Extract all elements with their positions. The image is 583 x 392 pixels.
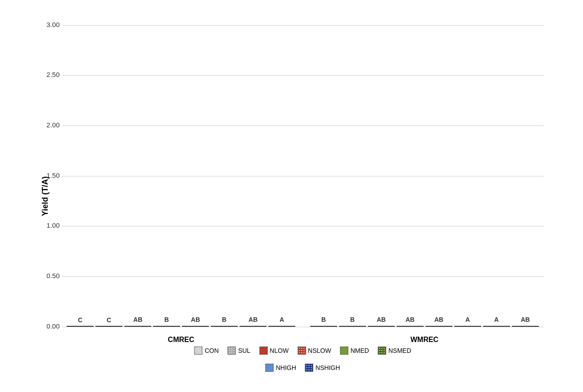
- bar-wrapper-nhigh-wmrec: A: [483, 326, 510, 327]
- bar-wrapper-nlow-wmrec: AB: [368, 326, 395, 327]
- y-tick-label: 2.50: [37, 71, 60, 78]
- group-label-cmrec: CMREC: [168, 336, 194, 344]
- bar-wrapper-nslow-cmrec: B: [153, 326, 180, 327]
- legend-box-con: [194, 347, 203, 355]
- bar-letter-sul-wmrec: B: [350, 316, 355, 323]
- bar-nslow-cmrec: [153, 326, 180, 327]
- legend-item-sul: SUL: [228, 347, 250, 355]
- legend-label-sul: SUL: [238, 347, 250, 354]
- legend-box-nmed: [340, 347, 348, 355]
- bar-nslow-wmrec: [397, 326, 424, 327]
- bar-wrapper-nhigh-cmrec: AB: [240, 326, 267, 327]
- bar-wrapper-nshigh-wmrec: AB: [512, 326, 539, 327]
- legend-item-con: CON: [194, 347, 219, 355]
- bar-letter-nslow-cmrec: B: [164, 316, 169, 323]
- bar-wrapper-sul-wmrec: B: [339, 326, 366, 327]
- legend-item-nmed: NMED: [340, 347, 369, 355]
- legend-box-nhigh: [266, 364, 274, 372]
- bar-wrapper-nmed-cmrec: AB: [182, 326, 209, 327]
- y-tick-label: 0.00: [37, 322, 60, 330]
- bar-letter-nhigh-cmrec: AB: [249, 316, 258, 323]
- legend-label-nsmed: NSMED: [389, 347, 411, 354]
- y-tick-label: 3.00: [37, 21, 60, 28]
- bar-wrapper-nlow-cmrec: AB: [124, 326, 151, 327]
- bar-nshigh-wmrec: [512, 326, 539, 327]
- bar-wrapper-con-cmrec: C: [67, 326, 94, 327]
- bar-letter-nsmed-wmrec: A: [465, 316, 470, 323]
- bar-letter-nshigh-cmrec: A: [280, 316, 284, 323]
- bar-letter-nlow-cmrec: AB: [133, 316, 142, 323]
- group-label-wmrec: WMREC: [411, 336, 438, 344]
- bar-nsmed-cmrec: [211, 326, 238, 327]
- bar-letter-nslow-wmrec: AB: [406, 316, 415, 323]
- bar-nmed-wmrec: [425, 326, 452, 327]
- bar-wrapper-nmed-wmrec: AB: [425, 326, 452, 327]
- bar-wrapper-nsmed-cmrec: B: [211, 326, 238, 327]
- legend-box-nlow: [259, 347, 267, 355]
- bar-wrapper-nshigh-cmrec: A: [268, 326, 295, 327]
- bar-nlow-cmrec: [124, 326, 151, 327]
- bar-letter-con-wmrec: B: [321, 316, 326, 323]
- group-cmrec: CCABBABBABACMREC: [67, 326, 295, 327]
- bar-wrapper-nsmed-wmrec: A: [454, 326, 481, 327]
- legend-label-nlow: NLOW: [270, 347, 289, 354]
- bar-nlow-wmrec: [368, 326, 395, 327]
- legend-item-nhigh: NHIGH: [266, 364, 296, 372]
- bar-letter-nshigh-wmrec: AB: [521, 316, 530, 323]
- bar-letter-nlow-wmrec: AB: [377, 316, 386, 323]
- legend-label-nshigh: NSHIGH: [316, 364, 340, 371]
- bar-sul-wmrec: [339, 326, 366, 327]
- bar-letter-nsmed-cmrec: B: [222, 316, 226, 323]
- y-axis-label: Yield (T/A): [40, 176, 50, 216]
- y-tick-label: 1.50: [37, 171, 60, 179]
- legend-label-nslow: NSLOW: [308, 347, 331, 354]
- bars-wrapper: CCABBABBABACMRECBBABABABAAABWMREC: [62, 25, 544, 327]
- legend-item-nsmed: NSMED: [378, 347, 411, 355]
- chart-area: 3.002.502.001.501.000.500.00 CCABBABBABA…: [62, 25, 544, 327]
- bar-wrapper-con-wmrec: B: [310, 326, 337, 327]
- bar-con-cmrec: [67, 326, 94, 327]
- legend-label-nhigh: NHIGH: [276, 364, 296, 371]
- bar-letter-sul-cmrec: C: [107, 316, 111, 324]
- grid-line: [62, 327, 544, 327]
- chart-container: Yield (T/A) 3.002.502.001.501.000.500.00…: [22, 12, 562, 381]
- legend-item-nslow: NSLOW: [298, 347, 331, 355]
- bar-sul-cmrec: [95, 326, 122, 327]
- legend: CONSULNLOWNSLOWNMEDNSMEDNHIGHNSHIGH: [182, 347, 423, 372]
- bar-wrapper-nslow-wmrec: AB: [397, 326, 424, 327]
- bar-con-wmrec: [310, 326, 337, 327]
- legend-item-nlow: NLOW: [259, 347, 289, 355]
- bar-letter-nhigh-wmrec: A: [494, 316, 499, 323]
- y-tick-label: 0.50: [37, 272, 60, 279]
- bar-nshigh-cmrec: [268, 326, 295, 327]
- legend-box-nsmed: [378, 347, 386, 355]
- legend-box-nshigh: [305, 364, 313, 372]
- y-tick-label: 2.00: [37, 121, 60, 129]
- bar-letter-con-cmrec: C: [78, 316, 82, 324]
- legend-box-nslow: [298, 347, 306, 355]
- bar-nsmed-wmrec: [454, 326, 481, 327]
- legend-box-sul: [228, 347, 236, 355]
- legend-label-con: CON: [205, 347, 219, 354]
- bar-letter-nmed-cmrec: AB: [191, 316, 200, 323]
- legend-label-nmed: NMED: [350, 347, 369, 354]
- group-wmrec: BBABABABAAABWMREC: [310, 326, 539, 327]
- bar-wrapper-sul-cmrec: C: [95, 326, 122, 327]
- legend-item-nshigh: NSHIGH: [305, 364, 340, 372]
- bar-nmed-cmrec: [182, 326, 209, 327]
- bar-nhigh-wmrec: [483, 326, 510, 327]
- y-tick-label: 1.00: [37, 221, 60, 229]
- bar-nhigh-cmrec: [240, 326, 267, 327]
- bar-letter-nmed-wmrec: AB: [434, 316, 443, 323]
